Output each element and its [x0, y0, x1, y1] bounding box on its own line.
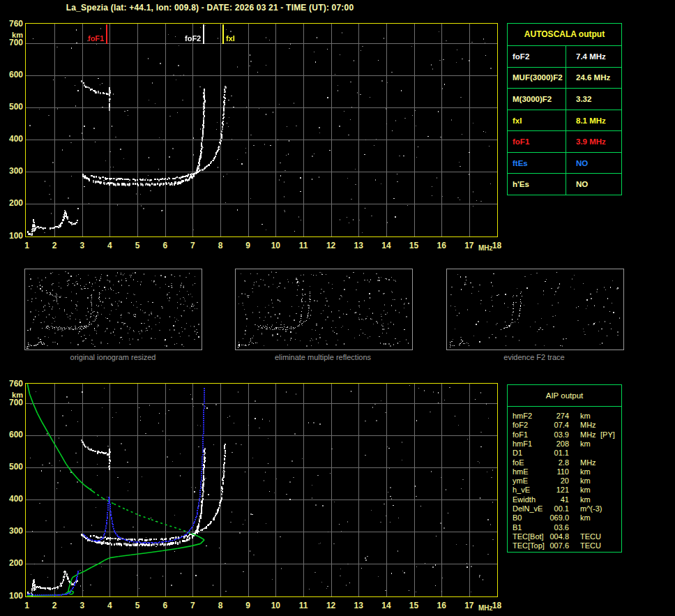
aip-param-unit: MHz	[580, 458, 596, 467]
x-tick-label: 12	[326, 241, 335, 250]
aip-param-name: hmE	[513, 467, 529, 476]
x-tick-label: 11	[299, 241, 308, 250]
autoscala-param-label: h'Es	[508, 174, 566, 195]
aip-param-unit: km	[580, 467, 591, 476]
aip-param-unit: TECU	[580, 541, 601, 550]
marker-label-foF1: foF1	[88, 34, 104, 43]
autoscala-param-label: foF1	[508, 131, 566, 152]
y-tick-label: 500	[2, 463, 23, 471]
aip-row-hmF2: hmF2274km	[508, 412, 621, 421]
x-tick-label: 18	[492, 241, 501, 250]
aip-row-TEC[Bot]: TEC[Bot]004.8TECU	[508, 532, 621, 541]
thumbnail-caption: original ionogram resized	[36, 353, 190, 361]
aip-param-unit: km	[580, 486, 591, 495]
top-ionogram-canvas	[25, 23, 498, 237]
aip-output-table: AIP output hmF2274kmfoF207.4MHzfoF103.9M…	[507, 384, 622, 553]
aip-param-name: h_vE	[513, 486, 530, 495]
autoscala-row-h'Es: h'EsNO	[508, 174, 621, 195]
y-tick-label: 100	[2, 232, 23, 240]
x-tick-label: 10	[271, 601, 280, 610]
aip-param-value: 07.4	[544, 421, 569, 430]
x-tick-label: 13	[354, 241, 363, 250]
aip-param-name: foF1	[513, 430, 528, 440]
aip-param-value: 007.6	[544, 541, 569, 550]
aip-row-h_vE: h_vE121km	[508, 486, 621, 495]
x-tick-label: 14	[381, 241, 390, 250]
aip-row-DelN_vE: DelN_vE00.1m^(-3)	[508, 504, 621, 513]
aip-row-ymE: ymE20km	[508, 476, 621, 486]
x-tick-label: 6	[162, 241, 167, 250]
marker-label-foF2: foF2	[185, 34, 201, 43]
aip-row-foF2: foF207.4MHz	[508, 421, 621, 430]
aip-param-name: foE	[513, 458, 524, 467]
x-tick-label: 17	[464, 601, 473, 610]
x-tick-label: 3	[79, 241, 84, 250]
x-tick-label: 11	[299, 601, 308, 610]
x-tick-label: 8	[218, 601, 223, 610]
x-tick-label: 13	[354, 601, 363, 610]
x-axis-unit-label: MHz	[478, 604, 493, 612]
autoscala-param-value: NO	[566, 153, 621, 174]
aip-param-unit: km	[580, 412, 591, 421]
x-tick-label: 16	[437, 601, 446, 610]
aip-param-name: B1	[513, 523, 522, 532]
autoscala-row-fxI: fxI8.1 MHz	[508, 110, 621, 132]
aip-param-unit: km	[580, 476, 591, 486]
y-tick-label: 200	[2, 559, 23, 567]
x-tick-label: 4	[107, 241, 112, 250]
y-tick-label: 760	[2, 20, 23, 28]
autoscala-param-label: MUF(3000)F2	[508, 68, 566, 89]
aip-param-name: TEC[Bot]	[513, 532, 544, 541]
x-axis-unit-label: MHz	[478, 244, 493, 252]
aip-param-name: B0	[513, 513, 522, 523]
aip-param-value: 41	[544, 495, 569, 504]
aip-param-value: 01.1	[544, 449, 569, 458]
x-tick-label: 14	[381, 601, 390, 610]
x-tick-label: 10	[271, 241, 280, 250]
y-tick-label: 600	[2, 430, 23, 439]
aip-param-name: ymE	[513, 476, 528, 486]
aip-param-value: 00.1	[544, 504, 569, 513]
aip-param-name: DelN_vE	[513, 504, 543, 513]
autoscala-param-label: fxI	[508, 110, 566, 131]
x-tick-label: 18	[492, 601, 501, 610]
aip-row-foF1: foF103.9MHz[PY]	[508, 430, 621, 440]
aip-param-value: 069.0	[544, 513, 569, 523]
aip-param-unit: km	[580, 495, 591, 504]
thumbnail-eliminate-reflections	[235, 269, 413, 350]
aip-param-value: 110	[544, 467, 569, 476]
aip-row-D1: D101.1	[508, 449, 621, 458]
aip-row-B1: B103.6	[508, 523, 621, 532]
autoscala-param-label: foF2	[508, 46, 566, 67]
aip-param-name: D1	[513, 449, 522, 458]
aip-param-extra: [PY]	[600, 430, 615, 440]
x-tick-label: 16	[437, 241, 446, 250]
autoscala-output-table: AUTOSCALA output foF27.4 MHzMUF(3000)F22…	[507, 23, 622, 195]
x-tick-label: 3	[79, 601, 84, 610]
thumbnail-evidence-f2-trace	[446, 269, 624, 350]
y-tick-label: 400	[2, 135, 23, 143]
x-tick-label: 7	[190, 241, 195, 250]
autoscala-row-foF2: foF27.4 MHz	[508, 46, 621, 68]
aip-row-B0: B0069.0km	[508, 513, 621, 523]
autoscala-param-value: 8.1 MHz	[566, 110, 621, 131]
autoscala-row-M(3000)F2: M(3000)F23.32	[508, 89, 621, 110]
aip-row-hmE: hmE110km	[508, 467, 621, 476]
autoscala-table-header: AUTOSCALA output	[508, 24, 621, 46]
y-tick-label: 300	[2, 527, 23, 535]
x-tick-label: 2	[52, 241, 57, 250]
x-tick-label: 8	[218, 241, 223, 250]
x-tick-label: 9	[245, 241, 250, 250]
y-tick-label: 760	[2, 380, 23, 388]
x-tick-label: 4	[107, 601, 112, 610]
page-title: La_Spezia (lat: +44.1, lon: 009.8) - DAT…	[25, 3, 395, 13]
aip-param-value: 274	[544, 412, 569, 421]
aip-param-value: 2.8	[544, 458, 569, 467]
aip-table-header: AIP output	[508, 385, 621, 407]
autoscala-param-value: 3.9 MHz	[566, 131, 621, 152]
aip-param-value: 20	[544, 476, 569, 486]
aip-param-value: 004.8	[544, 532, 569, 541]
aip-param-name: hmF1	[513, 440, 532, 449]
y-tick-label: 200	[2, 199, 23, 207]
x-tick-label: 2	[52, 601, 57, 610]
